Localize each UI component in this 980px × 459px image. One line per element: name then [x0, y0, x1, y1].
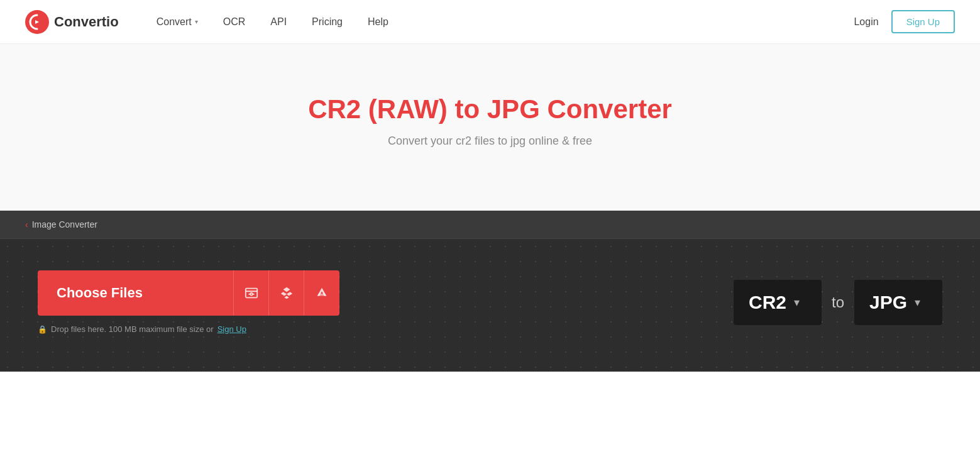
choose-files-icons [233, 270, 339, 316]
nav-item-ocr[interactable]: OCR [211, 0, 258, 44]
google-drive-icon[interactable] [304, 270, 339, 316]
lock-icon: 🔒 [38, 325, 47, 334]
logo-text: Convertio [54, 14, 119, 30]
converter-body: Choose Files [0, 239, 980, 372]
choose-section: Choose Files [38, 270, 339, 334]
drop-hint: 🔒 Drop files here. 100 MB maximum file s… [38, 324, 246, 334]
to-label: to [832, 294, 844, 311]
drop-hint-signup-link[interactable]: Sign Up [217, 324, 246, 334]
breadcrumb-chevron-icon: ‹ [25, 219, 28, 230]
format-section: CR2 ▾ to JPG ▾ [734, 280, 942, 325]
source-format-dropdown[interactable]: CR2 ▾ [734, 280, 822, 325]
nav-links: Convert ▾ OCR API Pricing Help [144, 0, 854, 44]
signup-button[interactable]: Sign Up [891, 10, 955, 33]
source-format-label: CR2 [749, 292, 786, 313]
logo-icon [25, 10, 49, 34]
choose-files-button[interactable]: Choose Files [38, 270, 339, 316]
target-format-dropdown[interactable]: JPG ▾ [854, 280, 942, 325]
dropbox-icon[interactable] [269, 270, 304, 316]
page-title: CR2 (RAW) to JPG Converter [13, 94, 967, 124]
converter-panel: ‹ Image Converter Choose Files [0, 211, 980, 372]
local-files-icon[interactable] [234, 270, 269, 316]
target-format-chevron-icon: ▾ [915, 296, 920, 309]
source-format-chevron-icon: ▾ [794, 296, 800, 309]
breadcrumb-label: Image Converter [32, 219, 97, 230]
nav-item-convert[interactable]: Convert ▾ [144, 0, 211, 44]
hero-section: CR2 (RAW) to JPG Converter Convert your … [0, 44, 980, 211]
svg-point-2 [250, 293, 253, 296]
nav-item-api[interactable]: API [258, 0, 299, 44]
drop-hint-text: Drop files here. 100 MB maximum file siz… [51, 324, 214, 334]
nav-auth: Login Sign Up [854, 10, 955, 33]
login-button[interactable]: Login [854, 16, 878, 28]
nav-item-pricing[interactable]: Pricing [299, 0, 355, 44]
navbar: Convertio Convert ▾ OCR API Pricing Help… [0, 0, 980, 44]
target-format-label: JPG [869, 292, 907, 313]
nav-item-help[interactable]: Help [355, 0, 401, 44]
chevron-down-icon: ▾ [195, 18, 198, 25]
choose-files-label: Choose Files [38, 285, 233, 301]
breadcrumb: ‹ Image Converter [0, 211, 980, 239]
page-subtitle: Convert your cr2 files to jpg online & f… [13, 135, 967, 148]
logo[interactable]: Convertio [25, 10, 119, 34]
